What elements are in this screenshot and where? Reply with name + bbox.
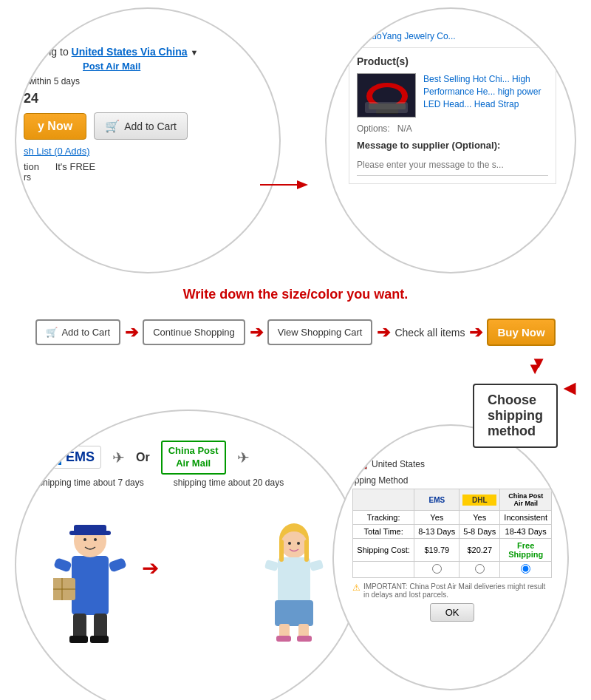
- radio-china-post[interactable]: [521, 564, 530, 574]
- options-row: Options: N/A: [357, 123, 548, 134]
- important-note-text: IMPORTANT: China Post Air Mail deliverie…: [363, 582, 552, 599]
- post-air-mail-link[interactable]: Post Air Mail: [83, 61, 261, 72]
- cell-time-dhl: 5-8 Days: [460, 525, 500, 539]
- product-image: [357, 73, 416, 118]
- cell-tracking-label: Tracking:: [353, 511, 414, 525]
- svg-rect-10: [69, 531, 111, 535]
- write-down-section: Write down the size/color you want.: [0, 281, 591, 311]
- free-label: tion: [24, 161, 39, 172]
- products-header: Product(s): [357, 55, 548, 67]
- radio-ems[interactable]: [432, 564, 442, 574]
- cell-tracking-chinapost: Inconsistent: [500, 511, 552, 525]
- shipping-method-label: Choose shipping method: [488, 393, 543, 438]
- arrow-2: ➔: [250, 323, 263, 342]
- svg-rect-11: [73, 614, 86, 639]
- svg-rect-7: [72, 556, 109, 615]
- or-text: Or: [136, 451, 150, 464]
- bottom-section: ◄ Choose shipping method ▼ EMS ✈ Or: [0, 373, 591, 700]
- svg-point-32: [288, 542, 291, 545]
- ems-shipping-time: shipping time about 7 days: [38, 478, 144, 488]
- flow-bar: 🛒 Add to Cart ➔ Continue Shopping ➔ View…: [0, 311, 591, 353]
- col-china-post: China PostAir Mail: [500, 489, 552, 511]
- price: 24: [24, 91, 261, 106]
- svg-rect-34: [279, 540, 284, 562]
- airplane-icon-1: ✈: [112, 449, 125, 466]
- cart-icon: 🛒: [105, 119, 120, 133]
- product-title[interactable]: Best Selling Hot Chi... High Performance…: [423, 73, 548, 118]
- svg-rect-28: [276, 636, 291, 642]
- message-label: Message to supplier (Optional):: [357, 140, 548, 151]
- buy-now-button[interactable]: y Now: [24, 113, 86, 140]
- table-header-row: EMS DHL China PostAir Mail: [353, 489, 552, 511]
- dhl-col-label: DHL: [462, 495, 496, 506]
- options-label: Options:: [357, 123, 390, 134]
- add-to-cart-button[interactable]: 🛒 Add to Cart: [94, 112, 188, 140]
- us-flag-blue-canton: [353, 460, 360, 466]
- shipping-method-box: Choose shipping method: [473, 384, 558, 448]
- buy-now-down-arrow: ▼: [527, 359, 543, 378]
- flow-add-to-cart-button[interactable]: 🛒 Add to Cart: [35, 319, 120, 345]
- cell-tracking-dhl: Yes: [460, 511, 500, 525]
- delivery-woman-illustration: [264, 519, 324, 645]
- svg-rect-6: [376, 109, 398, 114]
- wish-list-link[interactable]: sh List (0 Adds): [24, 146, 261, 157]
- circle-left: hipping to United States Via China ▼ Pos…: [15, 7, 281, 273]
- write-down-text: Write down the size/color you want.: [183, 287, 409, 302]
- circle-right: er: ZhuoYang Jewelry Co... Product(s): [325, 7, 576, 273]
- svg-rect-5: [369, 103, 406, 109]
- delivery-man-illustration: [53, 504, 127, 645]
- cell-time-label: Total Time:: [353, 525, 414, 539]
- within-days: t within 5 days: [24, 76, 261, 86]
- table-row-tracking: Tracking: Yes Yes Inconsistent: [353, 511, 552, 525]
- inner-right-arrow: ➔: [142, 556, 159, 580]
- message-input[interactable]: [357, 154, 548, 176]
- svg-rect-35: [304, 540, 309, 562]
- cell-radio-ems[interactable]: [414, 562, 460, 578]
- us-flag: [352, 459, 367, 469]
- ems-text: EMS: [66, 449, 95, 465]
- china-post-text: China PostAir Mail: [168, 445, 219, 470]
- radio-dhl[interactable]: [475, 564, 485, 574]
- svg-rect-15: [53, 557, 72, 573]
- circle-bottom: EMS ✈ Or China PostAir Mail ✈ shipping t…: [15, 410, 362, 700]
- ok-button[interactable]: OK: [430, 603, 475, 622]
- ems-stripe-2: [52, 450, 55, 465]
- arrow-4: ➔: [469, 323, 482, 342]
- cell-tracking-ems: Yes: [414, 511, 460, 525]
- ems-logo: EMS: [38, 446, 101, 469]
- cell-cost-dhl: $20.27: [460, 539, 500, 562]
- shipping-table: EMS DHL China PostAir Mail Tracking: Yes…: [352, 489, 552, 578]
- seller-line: er: ZhuoYang Jewelry Co...: [349, 31, 556, 41]
- product-box: Product(s) Best Selling Hot Chi... High …: [349, 47, 556, 184]
- seller-suffix[interactable]: Jewelry Co...: [404, 31, 455, 41]
- flow-buy-now-button[interactable]: Buy Now: [487, 319, 555, 346]
- svg-rect-29: [297, 636, 312, 642]
- free-extra: rs: [24, 172, 261, 183]
- cell-radio-empty: [353, 562, 414, 578]
- svg-rect-31: [310, 560, 324, 571]
- svg-point-20: [83, 538, 86, 541]
- arrow-3: ➔: [377, 323, 390, 342]
- svg-rect-13: [69, 636, 88, 643]
- seller-name[interactable]: ZhuoYang: [361, 31, 402, 41]
- shipping-link[interactable]: United States Via China: [72, 46, 188, 58]
- ems-stripe-3: [58, 450, 61, 465]
- cell-radio-chinapost[interactable]: [500, 562, 552, 578]
- svg-point-23: [281, 531, 307, 558]
- dropdown-icon[interactable]: ▼: [190, 48, 198, 57]
- us-flag-row: United States: [352, 459, 552, 469]
- options-value: N/A: [397, 123, 412, 134]
- circle-shipping-table: United States ipping Method EMS DHL Chin…: [332, 424, 569, 690]
- svg-point-33: [297, 542, 300, 545]
- flow-view-cart-button[interactable]: View Shopping Cart: [267, 319, 373, 345]
- free-value: It's FREE: [55, 161, 96, 172]
- svg-rect-24: [278, 557, 310, 605]
- flow-add-cart-label: Add to Cart: [61, 327, 110, 338]
- cell-radio-dhl[interactable]: [460, 562, 500, 578]
- shipping-method-left-arrow: ◄: [559, 376, 580, 400]
- arrow-1: ➔: [125, 323, 138, 342]
- col-header-label: [353, 489, 414, 511]
- ems-row: EMS ✈ Or China PostAir Mail ✈: [38, 441, 346, 475]
- flow-continue-shopping-button[interactable]: Continue Shopping: [143, 319, 245, 345]
- cell-cost-ems: $19.79: [414, 539, 460, 562]
